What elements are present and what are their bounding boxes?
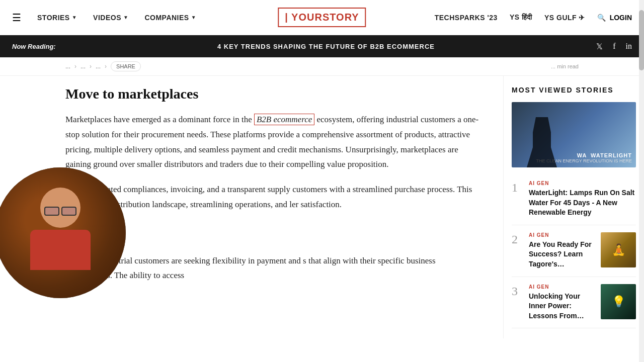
breadcrumb-separator: › — [74, 63, 76, 70]
reading-bar-title: 4 KEY TRENDS SHAPING THE FUTURE OF B2B E… — [56, 43, 597, 50]
share-button[interactable]: SHARE — [111, 61, 141, 71]
read-time: ... min read — [551, 63, 579, 69]
image-silhouette — [527, 117, 557, 167]
story-tag-2: AI GEN — [529, 232, 596, 238]
breadcrumb: ... › ... › ... › SHARE ... min read — [0, 57, 644, 76]
story-number-3: 3 — [512, 285, 524, 297]
breadcrumb-item[interactable]: ... — [80, 63, 86, 70]
logo-box: | YOURSTORY — [278, 8, 366, 27]
scrollbar-thumb[interactable] — [639, 10, 644, 70]
main-content: Move to marketplaces Marketplaces have e… — [0, 76, 644, 338]
logo-container[interactable]: | YOURSTORY — [278, 8, 366, 27]
main-nav: ☰ STORIES ▼ VIDEOS ▼ COMPANIES ▼ | YOURS… — [0, 0, 644, 35]
sidebar-featured-image[interactable]: WA WATERLIGHT THE CLEAN ENERGY REVOLUTIO… — [512, 102, 636, 167]
story-tag-1: AI GEN — [529, 180, 636, 186]
video-bubble-inner — [0, 167, 126, 298]
story-headline-1: WaterLight: Lamps Run On Salt Water For … — [529, 188, 636, 218]
thumb-image-2: 🧘 — [601, 232, 636, 267]
article-subheading: e credit — [65, 227, 483, 248]
story-number-2: 2 — [512, 233, 524, 245]
search-login-button[interactable]: 🔍 LOGIN — [597, 14, 632, 22]
chevron-down-icon: ▼ — [72, 15, 77, 20]
shirt — [30, 230, 91, 270]
chevron-down-icon: ▼ — [191, 15, 196, 20]
glass-left — [44, 207, 59, 216]
breadcrumb-item[interactable]: ... — [96, 63, 101, 70]
story-thumb-3: 💡 — [601, 284, 636, 319]
story-tag-3: AI GEN — [529, 284, 596, 290]
nav-companies[interactable]: COMPANIES ▼ — [144, 14, 196, 22]
story-headline-2: Are You Ready For Success? Learn Tagore'… — [529, 240, 596, 269]
nav-videos[interactable]: VIDEOS ▼ — [93, 14, 128, 22]
story-thumb-2: 🧘 — [601, 232, 636, 267]
story-content-3: AI GEN Unlocking Your Inner Power: Lesso… — [529, 284, 596, 321]
face-head — [40, 188, 80, 228]
person-silhouette — [25, 188, 96, 278]
linkedin-icon[interactable]: in — [626, 42, 632, 51]
story-item-3[interactable]: 3 AI GEN Unlocking Your Inner Power: Les… — [512, 277, 636, 329]
story-item-2[interactable]: 2 AI GEN Are You Ready For Success? Lear… — [512, 225, 636, 277]
social-share-bar: 𝕏 f in — [596, 42, 632, 51]
story-item-1[interactable]: 1 AI GEN WaterLight: Lamps Run On Salt W… — [512, 173, 636, 225]
chevron-down-icon: ▼ — [123, 15, 128, 20]
search-icon: 🔍 — [597, 14, 606, 22]
nav-stories[interactable]: STORIES ▼ — [37, 14, 77, 22]
reading-bar: Now Reading: 4 KEY TRENDS SHAPING THE FU… — [0, 35, 644, 57]
story-content-1: AI GEN WaterLight: Lamps Run On Salt Wat… — [529, 180, 636, 218]
thumb-image-3: 💡 — [601, 284, 636, 319]
plane-icon: ✈ — [579, 14, 585, 22]
article-section: Move to marketplaces Marketplaces have e… — [0, 76, 503, 338]
nav-ys-gulf[interactable]: YS GULF ✈ — [544, 14, 585, 22]
article-paragraph-3: venience, industrial customers are seeki… — [65, 253, 483, 284]
article-paragraph-2: ilitate integrated compliances, invoicin… — [65, 182, 483, 212]
article-heading: Move to marketplaces — [65, 86, 483, 102]
video-bubble — [0, 167, 126, 298]
glass-right — [61, 207, 76, 216]
nav-ys-hindi[interactable]: YS हिंदी — [510, 13, 532, 22]
hamburger-menu-icon[interactable]: ☰ — [12, 12, 21, 24]
site-logo: | YOURSTORY — [285, 12, 359, 23]
article-paragraph-1: Marketplaces have emerged as a dominant … — [65, 112, 483, 172]
article-body: Marketplaces have emerged as a dominant … — [65, 112, 483, 283]
breadcrumb-separator: › — [105, 63, 107, 70]
glasses — [44, 207, 76, 216]
sidebar: MOST VIEWED STORIES WA WATERLIGHT THE CL… — [503, 76, 644, 338]
breadcrumb-separator: › — [90, 63, 92, 70]
story-number-1: 1 — [512, 182, 524, 194]
sidebar-title: MOST VIEWED STORIES — [512, 86, 636, 94]
twitter-icon[interactable]: 𝕏 — [596, 42, 603, 51]
breadcrumb-item[interactable]: ... — [65, 63, 70, 70]
now-reading-label: Now Reading: — [12, 43, 56, 50]
b2b-ecommerce-link[interactable]: B2B ecommerce — [254, 114, 314, 125]
facebook-icon[interactable]: f — [613, 42, 615, 51]
nav-techsparks[interactable]: TECHSPARKS '23 — [435, 14, 498, 22]
story-headline-3: Unlocking Your Inner Power: Lessons From… — [529, 292, 596, 321]
story-content-2: AI GEN Are You Ready For Success? Learn … — [529, 232, 596, 269]
scrollbar[interactable] — [639, 0, 644, 338]
